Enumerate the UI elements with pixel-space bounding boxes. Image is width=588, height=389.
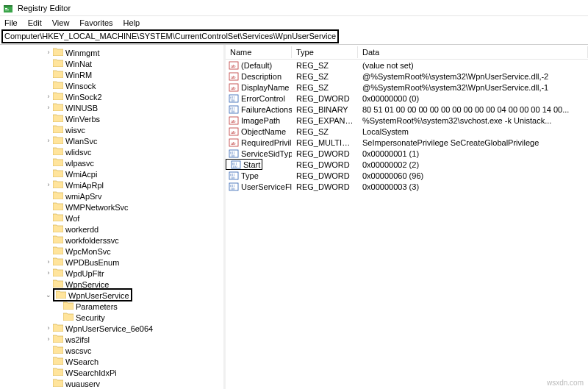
value-type: REG_DWORD xyxy=(292,149,358,158)
tree-item[interactable]: wisvc xyxy=(0,124,223,135)
tree-item[interactable]: wmiApSrv xyxy=(0,190,223,201)
folder-icon xyxy=(53,190,63,199)
folder-icon xyxy=(53,378,63,387)
value-row[interactable]: DescriptionREG_SZ@%SystemRoot%\system32\… xyxy=(226,71,588,82)
tree-item[interactable]: WpcMonSvc xyxy=(0,245,223,256)
folder-icon xyxy=(53,356,63,365)
value-row[interactable]: StartREG_DWORD0x00000002 (2) xyxy=(226,159,588,170)
folder-icon xyxy=(53,213,63,221)
value-row[interactable]: TypeREG_DWORD0x00000060 (96) xyxy=(226,170,588,181)
tree-item[interactable]: WinNat xyxy=(0,57,223,68)
expander-icon[interactable]: › xyxy=(44,49,53,56)
folder-icon xyxy=(53,279,63,288)
tree-item[interactable]: WinRM xyxy=(0,68,223,79)
value-row[interactable]: FailureActionsREG_BINARY80 51 01 00 00 0… xyxy=(226,104,588,115)
value-type: REG_SZ xyxy=(292,72,358,81)
tree-item-label: WpnUserService xyxy=(68,291,129,300)
expander-icon[interactable]: › xyxy=(44,269,53,276)
expander-icon[interactable]: › xyxy=(44,93,53,100)
tree-item[interactable]: ›WmiApRpl xyxy=(0,179,223,190)
tree-item[interactable]: WSearch xyxy=(0,355,223,366)
folder-icon xyxy=(53,47,63,56)
tree-item-label: wscsvc xyxy=(65,346,91,355)
value-name: ObjectName xyxy=(241,127,286,136)
value-row[interactable]: ImagePathREG_EXPAND_SZ%SystemRoot%\syste… xyxy=(226,115,588,126)
titlebar: Registry Editor xyxy=(0,0,588,16)
folder-icon xyxy=(53,367,63,376)
tree-item[interactable]: WSearchIdxPi xyxy=(0,366,223,377)
tree-item[interactable]: Wof xyxy=(0,212,223,223)
value-data: LocalSystem xyxy=(358,127,588,136)
folder-icon xyxy=(53,80,63,89)
value-type: REG_DWORD xyxy=(292,160,358,169)
reg-string-icon xyxy=(229,138,239,148)
menu-favorites[interactable]: Favorites xyxy=(79,18,112,27)
tree-item[interactable]: ⌄WpnUserService xyxy=(0,289,223,300)
value-data: 0x00000060 (96) xyxy=(358,171,588,180)
address-path[interactable]: Computer\HKEY_LOCAL_MACHINE\SYSTEM\Curre… xyxy=(1,29,339,43)
tree-item[interactable]: WmiAcpi xyxy=(0,168,223,179)
tree-item[interactable]: ›ws2ifsl xyxy=(0,333,223,344)
tree-pane[interactable]: ›WinmgmtWinNatWinRMWinsock›WinSock2›WINU… xyxy=(0,45,223,389)
menu-file[interactable]: File xyxy=(4,18,18,27)
value-type: REG_SZ xyxy=(292,83,358,92)
tree-item-label: Wof xyxy=(65,214,79,223)
expander-icon[interactable]: › xyxy=(44,181,53,188)
expander-icon[interactable]: › xyxy=(44,258,53,265)
menu-view[interactable]: View xyxy=(52,18,70,27)
tree-item[interactable]: WMPNetworkSvc xyxy=(0,201,223,212)
tree-item[interactable]: ›WINUSB xyxy=(0,101,223,113)
value-row[interactable]: UserServiceFlagsREG_DWORD0x00000003 (3) xyxy=(226,181,588,192)
tree-item[interactable]: ›WinSock2 xyxy=(0,90,223,101)
value-row[interactable]: RequiredPrivilegREG_MULTI_SZSeImpersonat… xyxy=(226,137,588,148)
tree-item[interactable]: wlpasvc xyxy=(0,157,223,168)
col-type[interactable]: Type xyxy=(292,46,358,58)
folder-icon xyxy=(53,201,63,210)
value-type: REG_SZ xyxy=(292,127,358,136)
tree-item-label: WpdUpFltr xyxy=(65,269,104,278)
value-row[interactable]: ObjectNameREG_SZLocalSystem xyxy=(226,126,588,137)
tree-item[interactable]: ›WpdUpFltr xyxy=(0,267,223,278)
value-type: REG_SZ xyxy=(292,61,358,70)
menu-edit[interactable]: Edit xyxy=(28,18,42,27)
col-data[interactable]: Data xyxy=(358,46,588,58)
tree-item[interactable]: ›WpnUserService_6e064 xyxy=(0,322,223,333)
menu-help[interactable]: Help xyxy=(123,18,140,27)
reg-binary-icon xyxy=(229,104,239,115)
reg-string-icon xyxy=(229,82,239,93)
expander-icon[interactable]: › xyxy=(44,324,53,332)
values-pane[interactable]: Name Type Data (Default)REG_SZ(value not… xyxy=(226,45,588,389)
value-name: Type xyxy=(241,171,259,180)
value-row[interactable]: ServiceSidTypeREG_DWORD0x00000001 (1) xyxy=(226,148,588,159)
tree-item[interactable]: wscsvc xyxy=(0,344,223,355)
tree-item[interactable]: Security xyxy=(0,311,223,322)
tree-item[interactable]: Winsock xyxy=(0,79,223,90)
value-name: (Default) xyxy=(241,61,272,70)
folder-icon xyxy=(56,290,66,299)
expander-icon[interactable]: › xyxy=(44,137,53,144)
folder-icon xyxy=(53,246,63,254)
value-row[interactable]: (Default)REG_SZ(value not set) xyxy=(226,60,588,71)
tree-item[interactable]: workfolderssvc xyxy=(0,234,223,245)
tree-item[interactable]: workerdd xyxy=(0,223,223,234)
tree-item[interactable]: WinVerbs xyxy=(0,113,223,124)
tree-item-label: WinVerbs xyxy=(65,115,100,124)
tree-item[interactable]: Parameters xyxy=(0,300,223,311)
tree-item[interactable]: ›Winmgmt xyxy=(0,46,223,57)
tree-item[interactable]: ›WPDBusEnum xyxy=(0,256,223,267)
value-type: REG_DWORD xyxy=(292,182,358,191)
col-name[interactable]: Name xyxy=(226,46,292,58)
value-data: %SystemRoot%\system32\svchost.exe -k Uni… xyxy=(358,116,588,125)
tree-item[interactable]: wlidsvc xyxy=(0,146,223,157)
value-row[interactable]: DisplayNameREG_SZ@%SystemRoot%\system32\… xyxy=(226,82,588,93)
value-row[interactable]: ErrorControlREG_DWORD0x00000000 (0) xyxy=(226,93,588,104)
tree-item-label: wlpasvc xyxy=(65,159,94,168)
tree-item[interactable]: ›WlanSvc xyxy=(0,135,223,146)
expander-icon[interactable]: › xyxy=(44,335,53,343)
expander-icon[interactable]: › xyxy=(44,104,53,111)
folder-icon xyxy=(53,91,63,100)
folder-icon xyxy=(53,268,63,276)
tree-item[interactable]: wuauserv xyxy=(0,377,223,388)
expander-icon[interactable]: ⌄ xyxy=(44,291,53,299)
folder-icon xyxy=(53,69,63,78)
